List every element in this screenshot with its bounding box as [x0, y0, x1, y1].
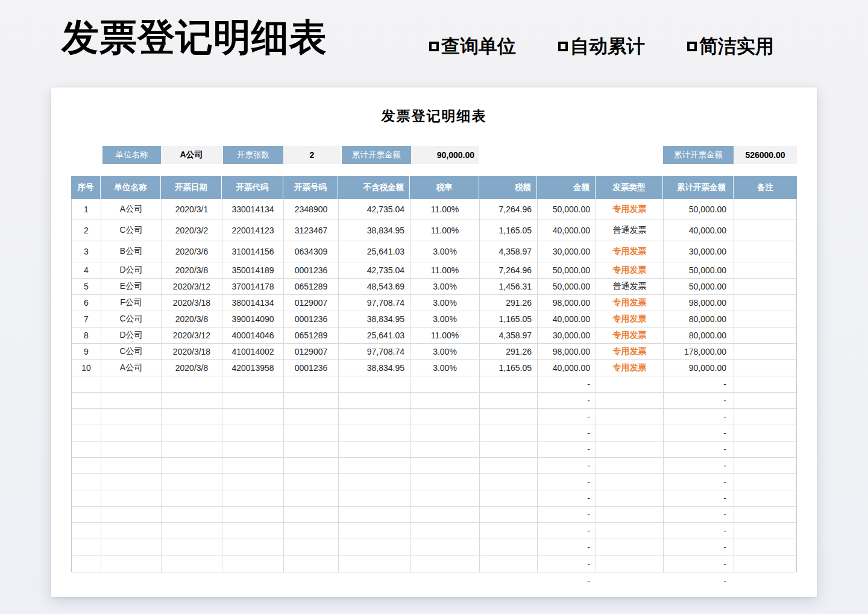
table-cell[interactable]: [480, 425, 538, 442]
table-cell[interactable]: A公司: [101, 199, 162, 220]
invoice-count-value[interactable]: 2: [283, 146, 341, 164]
table-cell[interactable]: [734, 393, 797, 409]
table-cell[interactable]: 0129007: [284, 295, 339, 311]
table-cell[interactable]: 专用发票: [596, 344, 664, 360]
table-cell[interactable]: [339, 555, 410, 572]
table-cell[interactable]: 2020/3/12: [162, 328, 222, 344]
table-cell[interactable]: 30,000.00: [538, 328, 596, 344]
table-cell[interactable]: [222, 572, 283, 589]
table-cell[interactable]: 1,165.05: [480, 360, 538, 376]
table-cell[interactable]: [284, 555, 339, 572]
table-cell[interactable]: 80,000.00: [664, 311, 734, 328]
dash-cell[interactable]: -: [664, 523, 734, 539]
table-cell[interactable]: [101, 376, 162, 393]
table-cell[interactable]: [339, 490, 410, 507]
table-cell[interactable]: [734, 442, 797, 458]
dash-cell[interactable]: -: [664, 507, 734, 523]
table-cell[interactable]: [222, 474, 284, 490]
table-cell[interactable]: 3: [72, 241, 101, 262]
table-cell[interactable]: 11.00%: [410, 328, 480, 344]
table-cell[interactable]: 1,456.31: [480, 279, 538, 295]
table-cell[interactable]: [284, 474, 339, 490]
table-cell[interactable]: [410, 474, 480, 490]
table-cell[interactable]: 220014123: [222, 220, 284, 241]
table-cell[interactable]: 291.26: [480, 344, 538, 360]
table-cell[interactable]: [284, 409, 339, 425]
table-cell[interactable]: [284, 539, 339, 555]
table-cell[interactable]: 40,000.00: [664, 220, 734, 241]
table-cell[interactable]: [480, 393, 538, 409]
table-cell[interactable]: [162, 393, 222, 409]
dash-cell[interactable]: -: [538, 539, 596, 555]
table-cell[interactable]: [101, 409, 162, 425]
table-cell[interactable]: 50,000.00: [538, 262, 596, 279]
table-cell[interactable]: [734, 220, 797, 241]
table-cell[interactable]: 25,641.03: [339, 241, 410, 262]
dash-cell[interactable]: -: [664, 425, 734, 442]
table-cell[interactable]: [338, 572, 410, 589]
table-cell[interactable]: [222, 507, 284, 523]
table-cell[interactable]: [480, 409, 538, 425]
table-cell[interactable]: 2020/3/18: [162, 344, 222, 360]
table-cell[interactable]: 3.00%: [410, 311, 480, 328]
table-cell[interactable]: [222, 555, 284, 572]
table-cell[interactable]: [101, 425, 162, 442]
table-cell[interactable]: 0001236: [284, 262, 339, 279]
table-cell[interactable]: 3123467: [284, 220, 339, 241]
dash-cell[interactable]: -: [664, 539, 734, 555]
table-cell[interactable]: [162, 376, 222, 393]
table-cell[interactable]: [596, 458, 664, 474]
table-cell[interactable]: [410, 442, 480, 458]
table-cell[interactable]: [101, 539, 162, 555]
table-cell[interactable]: 3.00%: [410, 360, 480, 376]
table-cell[interactable]: [72, 442, 101, 458]
dash-cell[interactable]: -: [538, 490, 596, 507]
table-cell[interactable]: C公司: [101, 311, 162, 328]
table-cell[interactable]: 30,000.00: [538, 241, 596, 262]
table-cell[interactable]: [162, 490, 222, 507]
table-cell[interactable]: [734, 311, 797, 328]
table-cell[interactable]: [734, 458, 797, 474]
table-cell[interactable]: [284, 507, 339, 523]
table-cell[interactable]: 5: [72, 279, 101, 295]
table-cell[interactable]: 25,641.03: [339, 328, 410, 344]
table-cell[interactable]: 4,358.97: [480, 328, 538, 344]
table-cell[interactable]: 0651289: [284, 279, 339, 295]
table-cell[interactable]: 0634309: [284, 241, 339, 262]
table-cell[interactable]: [222, 409, 284, 425]
table-cell[interactable]: [596, 572, 663, 589]
table-cell[interactable]: [339, 425, 410, 442]
table-cell[interactable]: [162, 555, 222, 572]
table-cell[interactable]: [734, 376, 797, 393]
table-cell[interactable]: 2020/3/8: [162, 262, 222, 279]
table-cell[interactable]: [162, 474, 222, 490]
table-cell[interactable]: 410014002: [222, 344, 284, 360]
accumulated-amount-value[interactable]: 90,000.00: [411, 146, 479, 164]
table-cell[interactable]: [161, 572, 222, 589]
dash-cell[interactable]: -: [664, 555, 734, 572]
table-cell[interactable]: [596, 442, 664, 458]
table-cell[interactable]: 98,000.00: [538, 295, 596, 311]
table-cell[interactable]: 30,000.00: [664, 241, 734, 262]
table-cell[interactable]: [162, 425, 222, 442]
dash-cell[interactable]: -: [664, 474, 734, 490]
table-cell[interactable]: [72, 474, 101, 490]
dash-cell[interactable]: -: [538, 555, 596, 572]
table-cell[interactable]: [339, 458, 410, 474]
table-cell[interactable]: 38,834.95: [339, 311, 410, 328]
table-cell[interactable]: F公司: [101, 295, 162, 311]
table-cell[interactable]: 291.26: [480, 295, 538, 311]
table-cell[interactable]: [734, 425, 797, 442]
table-cell[interactable]: [339, 523, 410, 539]
table-cell[interactable]: [71, 572, 101, 589]
table-cell[interactable]: [480, 474, 538, 490]
table-cell[interactable]: [734, 199, 797, 220]
table-cell[interactable]: [410, 555, 480, 572]
table-cell[interactable]: 0129007: [284, 344, 339, 360]
table-cell[interactable]: 97,708.74: [339, 295, 410, 311]
table-cell[interactable]: [410, 376, 480, 393]
table-cell[interactable]: [284, 442, 339, 458]
table-cell[interactable]: 42,735.04: [339, 262, 410, 279]
table-cell[interactable]: [284, 458, 339, 474]
table-cell[interactable]: 48,543.69: [339, 279, 410, 295]
